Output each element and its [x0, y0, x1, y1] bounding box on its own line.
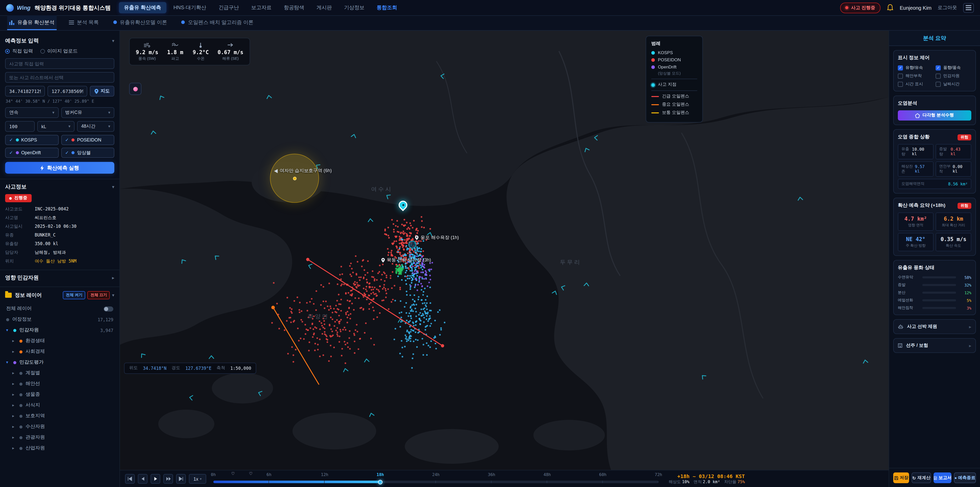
chevron-down-icon: ▾ [6, 360, 10, 365]
radio-direct-input[interactable]: 직접 입력 [5, 48, 33, 55]
bookmark-heart-icon[interactable]: ♡ [231, 471, 235, 476]
logout-link[interactable]: 로그아웃 [938, 4, 957, 11]
incident-section-header[interactable]: 사고정보 ▾ [5, 184, 115, 190]
ship-specs-section[interactable]: 사고 선박 제원 ▸ [893, 319, 976, 334]
farm-marker[interactable] [398, 268, 402, 272]
spill-type-select[interactable]: 연속▾ [5, 107, 59, 118]
model-chip-kosps[interactable]: ✓KOSPS [5, 135, 59, 145]
app-title: 해양환경 위기대응 통합시스템 [35, 4, 111, 11]
longitude-input[interactable] [48, 86, 87, 97]
timeline-track-area[interactable]: 0h 6h 12h 18h 24h 36h 48h 60h 72h ♡ ♡ [213, 470, 659, 487]
unit-select[interactable]: kL▾ [37, 121, 75, 132]
amount-input[interactable] [5, 121, 35, 132]
tick-label: 48h [544, 473, 551, 477]
tick-label: 0h [211, 473, 216, 477]
skip-start-button[interactable] [125, 474, 135, 484]
tab-analysis-list[interactable]: 분석 목록 [67, 15, 101, 30]
sensitive-resources-section-header[interactable]: 영향 민감자원 ▸ [5, 274, 115, 281]
layer-sensitivity-eval-row[interactable]: ▾ 민감도평가 [5, 357, 115, 368]
incident-row: 위치여수 돌산 남방 5NM [5, 259, 115, 265]
user-name[interactable]: Eunjeong Kim [900, 5, 932, 10]
nav-item-aerial-search[interactable]: 항공탐색 [279, 2, 309, 13]
nav-item-rescue[interactable]: 긴급구난 [213, 2, 244, 13]
hamburger-menu-icon[interactable] [963, 3, 974, 13]
layer-fisheryres-row[interactable]: ▸수산자원 [5, 422, 115, 432]
option-shore-adhesion[interactable]: 해안부착 [898, 73, 934, 79]
radio-off-icon [40, 49, 45, 54]
accident-name-input[interactable] [5, 58, 115, 69]
option-time-display[interactable]: 시간 표시 [898, 81, 934, 87]
layer-sensitive-row[interactable]: ▾ 민감자원 3,947 [5, 325, 115, 335]
model-chip-ensemble[interactable]: ✓앙상블 [61, 148, 115, 158]
play-button[interactable] [151, 474, 160, 484]
layer-habitat-row[interactable]: ▸서식지 [5, 400, 115, 410]
layer-master-row[interactable]: 전체 레이어 [5, 303, 115, 314]
layer-seasonal-row[interactable]: ▸계절별 [5, 368, 115, 378]
particle-tool-button[interactable] [129, 83, 142, 95]
chevron-down-icon: ▾ [112, 184, 115, 190]
timeline-handle[interactable] [378, 480, 383, 484]
incident-dot-icon [845, 6, 848, 9]
risk-badge: 위험 [958, 203, 971, 209]
timeline-track[interactable] [213, 481, 659, 483]
option-sensitive-resources[interactable]: 민감자원 [935, 73, 971, 79]
nav-item-board[interactable]: 게시판 [311, 2, 337, 13]
bookmark-heart-icon[interactable]: ♡ [249, 471, 253, 476]
model-chip-opendrift[interactable]: ✓OpenDrift [5, 148, 59, 158]
layer-master-toggle[interactable] [103, 306, 113, 311]
layer-tourism-row[interactable]: ▸관광자원 [5, 432, 115, 443]
check-icon: ✓ [65, 137, 69, 142]
map-viewport[interactable]: 여수시 화양면 두무리 여자만 습지보호구역 (6h) 웅포 해수욕장 (1h) [120, 30, 889, 470]
chevron-right-icon: ▸ [12, 339, 16, 343]
map-pick-button[interactable]: 지도 [90, 86, 115, 97]
layer-eco-row[interactable]: ▸환경생태 [5, 335, 115, 346]
chevron-right-icon: ▸ [969, 324, 971, 329]
accident-list-input[interactable] [5, 72, 115, 83]
logo-text: Wing [17, 5, 30, 11]
option-wind-dir[interactable]: ✓풍향/풍속 [935, 65, 971, 70]
layer-protected-row[interactable]: ▸보호지역 [5, 410, 115, 422]
duration-select[interactable]: 48시간▾ [77, 121, 115, 132]
fast-forward-button[interactable] [163, 474, 173, 484]
polygon-analysis-button[interactable]: 다각형 분석수행 [898, 110, 971, 121]
layer-dot-icon [19, 393, 22, 396]
layer-industry-row[interactable]: ▸산업자원 [5, 443, 115, 453]
nav-item-reports[interactable]: 보고자료 [246, 2, 277, 13]
tab-diffusion-analysis[interactable]: 유출유 확산분석 [7, 15, 57, 30]
layer-socio-row[interactable]: ▸사회경제 [5, 346, 115, 357]
nav-item-integrated-search[interactable]: 통합조회 [372, 2, 402, 13]
layers-all-on-button[interactable]: 전체 켜기 [63, 291, 86, 299]
recalculate-button[interactable]: ↻ 재계산 [912, 473, 931, 483]
option-datetime[interactable]: 날짜시간 [935, 81, 971, 87]
report-button[interactable]: 보고서 [934, 473, 952, 483]
option-current-dir[interactable]: ✓유향/유속 [898, 65, 934, 70]
end-prediction-button[interactable]: ■ 예측종료 [954, 473, 976, 483]
tick-label: 12h [321, 473, 328, 477]
layer-species-row[interactable]: ▸생물종 [5, 389, 115, 400]
incident-active-badge[interactable]: 사고 진행중 [840, 2, 880, 13]
nav-item-spill-prediction[interactable]: 유출유 확산예측 [119, 2, 166, 13]
layers-section-header: 정보 레이어 전체 켜기 전체 끄기 ▾ [5, 291, 115, 299]
save-button[interactable]: 저장 [893, 473, 909, 483]
tab-oilfence-algorithm-theory[interactable]: 오일펜스 배치 알고리즘 이론 [180, 15, 256, 30]
nav-item-weather[interactable]: 기상정보 [339, 2, 369, 13]
predict-section-header[interactable]: 예측정보 입력 ▾ [5, 37, 115, 45]
playback-speed-select[interactable]: 1x▾ [189, 474, 206, 484]
step-back-button[interactable] [138, 474, 148, 484]
radio-image-upload[interactable]: 이미지 업로드 [40, 48, 78, 55]
run-prediction-button[interactable]: 확산예측 실행 [5, 162, 115, 174]
notification-bell-icon[interactable] [886, 4, 894, 11]
owner-insurance-section[interactable]: 선주 / 보험 ▸ [893, 338, 976, 353]
latitude-input[interactable] [5, 86, 45, 97]
tab-diffusion-model-theory[interactable]: 유출유확산모델 이론 [111, 15, 169, 30]
model-chip-poseidon[interactable]: ✓POSEIDON [61, 135, 115, 145]
oil-type-select[interactable]: 벙커C유▾ [61, 107, 115, 118]
skip-end-button[interactable] [176, 474, 186, 484]
layer-coastline-row[interactable]: ▸해안선 [5, 378, 115, 389]
layers-all-off-button[interactable]: 전체 끄기 [88, 291, 110, 299]
summary-tab[interactable]: 분석 요약 [889, 30, 980, 46]
nav-item-hns[interactable]: HNS·대기확산 [168, 2, 211, 13]
layer-dot-icon [19, 382, 22, 385]
beach-marker[interactable] [408, 241, 417, 249]
layer-fishery-row[interactable]: 어장정보 17,129 [5, 314, 115, 325]
